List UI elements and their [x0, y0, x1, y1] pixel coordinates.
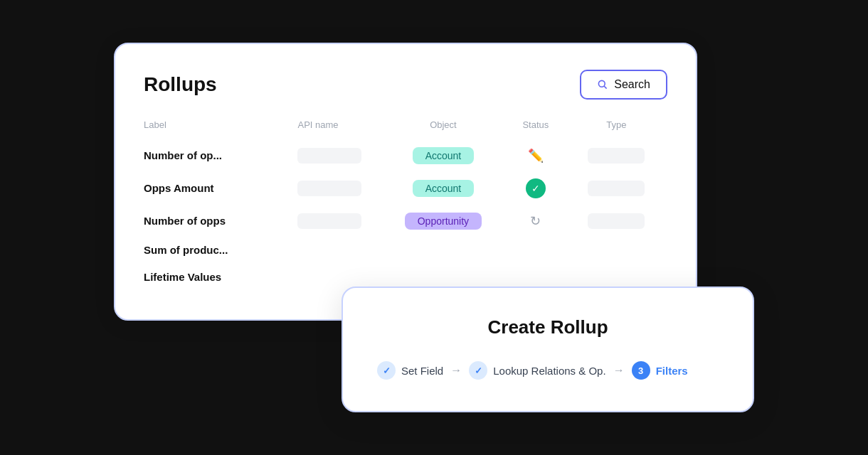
- type-placeholder: [588, 181, 645, 196]
- step-lookup: ✓ Lookup Relations & Op.: [469, 361, 605, 380]
- status-check-icon: ✓: [526, 178, 546, 198]
- col-header-label: Label: [144, 119, 297, 140]
- card-header: Rollups Search: [144, 70, 667, 100]
- status-edit-icon: ✏️: [528, 149, 544, 163]
- object-badge: Opportunity: [405, 213, 482, 230]
- create-rollup-card: Create Rollup ✓ Set Field → ✓ Lookup Rel…: [342, 287, 754, 412]
- step-arrow-icon: →: [613, 364, 625, 377]
- step-label: Lookup Relations & Op.: [493, 365, 605, 377]
- step-arrow-icon: →: [450, 364, 462, 377]
- api-placeholder: [297, 213, 361, 229]
- row-label: Number of op...: [144, 149, 222, 161]
- col-header-type: Type: [583, 119, 667, 140]
- table-row: Sum of produc...: [144, 237, 667, 264]
- rollups-table: Label API name Object Status Type Number…: [144, 119, 667, 291]
- steps-row: ✓ Set Field → ✓ Lookup Relations & Op. →…: [377, 361, 719, 380]
- row-label: Opps Amount: [144, 182, 214, 194]
- svg-point-0: [599, 80, 605, 87]
- step-filters: 3 Filters: [632, 361, 688, 380]
- step-set-field: ✓ Set Field: [377, 361, 443, 380]
- col-header-status: Status: [506, 119, 583, 140]
- step-check-icon: ✓: [469, 361, 487, 380]
- object-badge: Account: [413, 147, 475, 164]
- step-number-badge: 3: [632, 361, 650, 380]
- create-rollup-title: Create Rollup: [377, 316, 719, 338]
- status-sync-icon: ↻: [530, 214, 541, 228]
- search-icon: [597, 79, 608, 90]
- table-row: Number of opps Opportunity ↻: [144, 205, 667, 237]
- api-placeholder: [297, 148, 361, 164]
- table-row: Opps Amount Account ✓: [144, 171, 667, 205]
- step-filters-label: Filters: [656, 365, 688, 377]
- search-button[interactable]: Search: [580, 70, 667, 100]
- object-badge: Account: [413, 180, 475, 197]
- rollups-card: Rollups Search Label API name Object Sta…: [114, 43, 697, 321]
- type-placeholder: [588, 213, 645, 229]
- table-row: Number of op... Account ✏️: [144, 140, 667, 171]
- search-button-label: Search: [614, 78, 650, 91]
- svg-line-1: [604, 86, 607, 89]
- row-label: Sum of produc...: [144, 244, 228, 256]
- step-check-icon: ✓: [377, 361, 396, 380]
- col-header-object: Object: [398, 119, 506, 140]
- row-label: Number of opps: [144, 215, 226, 227]
- row-label: Lifetime Values: [144, 271, 221, 283]
- col-header-api: API name: [297, 119, 398, 140]
- step-label: Set Field: [401, 365, 443, 377]
- api-placeholder: [297, 181, 361, 196]
- rollups-title: Rollups: [144, 73, 217, 96]
- type-placeholder: [588, 148, 645, 164]
